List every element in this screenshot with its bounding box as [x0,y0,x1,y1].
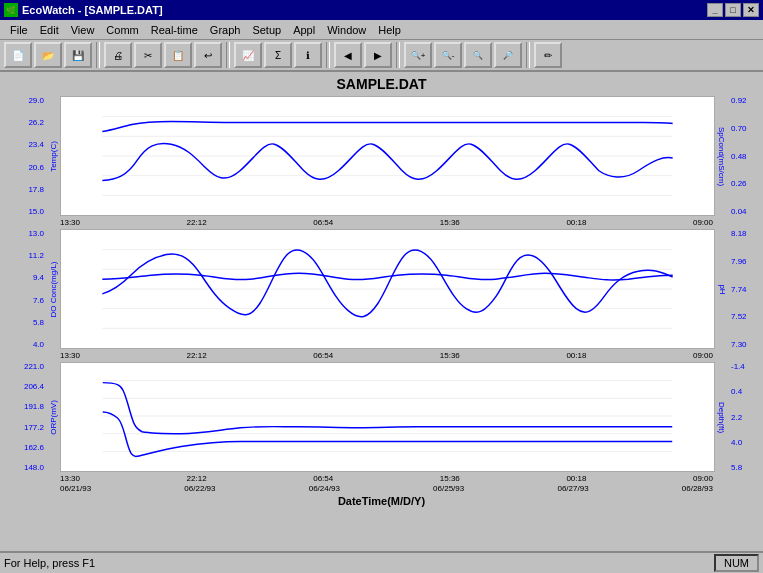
toolbar-next[interactable]: ▶ [364,42,392,68]
chart1-ytick-4: 17.8 [28,185,44,194]
toolbar-zoom2[interactable]: 🔍- [434,42,462,68]
xtick3-5: 09:00 [693,474,713,483]
chart1-ytick-2: 23.4 [28,140,44,149]
toolbar-new[interactable]: 📄 [4,42,32,68]
menu-item-help[interactable]: Help [372,22,407,38]
xtick2-0: 13:30 [60,351,80,360]
chart2-rtick-1: 7.96 [731,257,747,266]
maximize-button[interactable]: □ [725,3,741,17]
toolbar-sigma[interactable]: Σ [264,42,292,68]
chart1-area [60,96,715,216]
chart3-ytick-0: 221.0 [24,362,44,371]
chart-title: SAMPLE.DAT [4,76,759,92]
datetick-3: 06/25/93 [433,484,464,493]
status-help-text: For Help, press F1 [4,557,714,569]
chart2-rtick-2: 7.74 [731,285,747,294]
menu-item-edit[interactable]: Edit [34,22,65,38]
chart3-ytick-2: 191.8 [24,402,44,411]
xtick2-3: 15:36 [440,351,460,360]
window-title: EcoWatch - [SAMPLE.DAT] [22,4,163,16]
menu-item-file[interactable]: File [4,22,34,38]
xtick3-3: 15:36 [440,474,460,483]
menu-item-graph[interactable]: Graph [204,22,247,38]
status-bar: For Help, press F1 NUM [0,551,763,573]
app-icon: 🌿 [4,3,18,17]
toolbar-undo[interactable]: ↩ [194,42,222,68]
chart1-rtick-1: 0.70 [731,124,747,133]
datetick-4: 06/27/93 [557,484,588,493]
toolbar-prev[interactable]: ◀ [334,42,362,68]
chart3-rtick-2: 2.2 [731,413,742,422]
xtick-1: 22:12 [187,218,207,227]
xtick2-2: 06:54 [313,351,333,360]
menu-item-real-time[interactable]: Real-time [145,22,204,38]
xtick3-4: 00:18 [566,474,586,483]
chart2-rtick-3: 7.52 [731,312,747,321]
toolbar-sep5 [526,42,530,68]
toolbar-zoom1[interactable]: 🔍+ [404,42,432,68]
chart2-ytick-5: 4.0 [33,340,44,349]
chart3-area [60,362,715,472]
toolbar-open[interactable]: 📂 [34,42,62,68]
chart3-ytick-5: 148.0 [24,463,44,472]
chart2-svg [61,230,714,348]
toolbar-zoom3[interactable]: 🔍 [464,42,492,68]
menu-item-setup[interactable]: Setup [246,22,287,38]
xtick-5: 09:00 [693,218,713,227]
toolbar-sep2 [226,42,230,68]
chart2-ytick-3: 7.6 [33,296,44,305]
toolbar-sep1 [96,42,100,68]
xtick2-1: 22:12 [187,351,207,360]
chart3-rtick-1: 0.4 [731,387,742,396]
chart1-ytick-0: 29.0 [28,96,44,105]
datetick-5: 06/28/93 [682,484,713,493]
chart1-rtick-2: 0.48 [731,152,747,161]
chart1-ytick-5: 15.0 [28,207,44,216]
datetick-1: 06/22/93 [184,484,215,493]
chart1-ytick-1: 26.2 [28,118,44,127]
chart2-ytick-4: 5.8 [33,318,44,327]
menu-item-window[interactable]: Window [321,22,372,38]
chart1-ylabel-left: Temp(C) [49,141,58,172]
toolbar-save[interactable]: 💾 [64,42,92,68]
chart3-ytick-1: 206.4 [24,382,44,391]
chart3-rtick-3: 4.0 [731,438,742,447]
toolbar-zoom4[interactable]: 🔎 [494,42,522,68]
xtick2-4: 00:18 [566,351,586,360]
xtick-0: 13:30 [60,218,80,227]
chart1-rtick-3: 0.26 [731,179,747,188]
toolbar-info[interactable]: ℹ [294,42,322,68]
menu-item-comm[interactable]: Comm [100,22,144,38]
chart2-ylabel-left: DO Conc(mg/L) [49,261,58,317]
minimize-button[interactable]: _ [707,3,723,17]
toolbar-print[interactable]: 🖨 [104,42,132,68]
toolbar-paste[interactable]: 📋 [164,42,192,68]
menu-item-view[interactable]: View [65,22,101,38]
chart1-ylabel-right: SpCond(mS/cm) [718,126,727,185]
chart3-svg [61,363,714,471]
chart2-ytick-2: 9.4 [33,273,44,282]
datetick-0: 06/21/93 [60,484,91,493]
toolbar-edit[interactable]: ✏ [534,42,562,68]
chart3-rtick-0: -1.4 [731,362,745,371]
toolbar: 📄 📂 💾 🖨 ✂ 📋 ↩ 📈 Σ ℹ ◀ ▶ 🔍+ 🔍- 🔍 🔎 ✏ [0,40,763,72]
chart2-ytick-0: 13.0 [28,229,44,238]
xtick3-0: 13:30 [60,474,80,483]
main-content: SAMPLE.DAT 29.0 26.2 23.4 20.6 17.8 15.0… [0,72,763,551]
chart2-area [60,229,715,349]
title-bar: 🌿 EcoWatch - [SAMPLE.DAT] _ □ ✕ [0,0,763,20]
chart3-rtick-4: 5.8 [731,463,742,472]
toolbar-cut[interactable]: ✂ [134,42,162,68]
xtick2-5: 09:00 [693,351,713,360]
chart2-ytick-1: 11.2 [28,251,44,260]
chart2-rtick-0: 8.18 [731,229,747,238]
chart3-ytick-4: 162.6 [24,443,44,452]
status-indicator: NUM [714,554,759,572]
close-button[interactable]: ✕ [743,3,759,17]
chart2-rtick-4: 7.30 [731,340,747,349]
chart1-ytick-3: 20.6 [28,163,44,172]
toolbar-chart[interactable]: 📈 [234,42,262,68]
chart3-ylabel-left: ORP(mV) [49,400,58,435]
menu-item-appl[interactable]: Appl [287,22,321,38]
xtick3-1: 22:12 [187,474,207,483]
